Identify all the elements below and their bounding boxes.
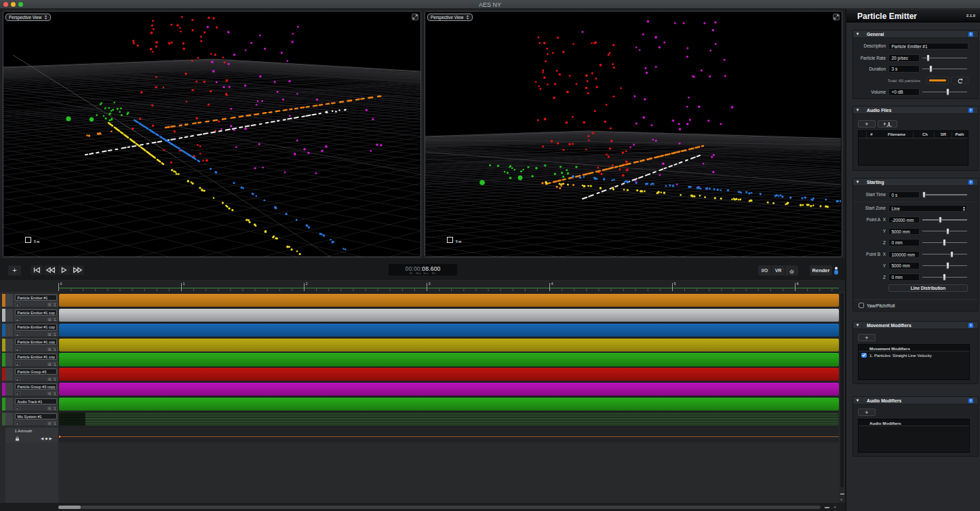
svg-text:5: 5	[674, 282, 676, 286]
svg-text:2: 2	[306, 282, 308, 286]
svg-text:1: 1	[183, 282, 185, 286]
svg-text:3: 3	[429, 282, 431, 286]
svg-text:6: 6	[797, 282, 799, 286]
svg-text:4: 4	[551, 282, 553, 286]
svg-text:0: 0	[60, 282, 62, 286]
